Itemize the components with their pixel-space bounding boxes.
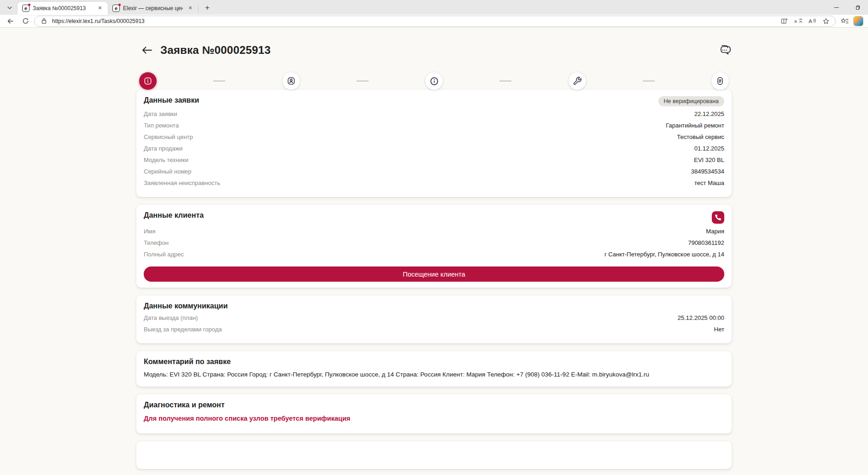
field-label: Тип ремонта (144, 122, 179, 129)
step-connector (586, 81, 712, 81)
field-label: Заявленная неисправность (144, 180, 220, 186)
card-request-data: Данные заявки Не верифицирована Дата зая… (136, 90, 732, 197)
card-diagnostics: Диагностика и ремонт Для получения полно… (136, 394, 732, 434)
read-aloud-icon[interactable]: A (807, 17, 818, 26)
progress-stepper (136, 72, 732, 90)
card-client-data: Данные клиента ИмяМария Телефон790803611… (136, 205, 732, 288)
svg-text:A: A (809, 18, 812, 24)
card-title: Данные заявки (144, 96, 199, 104)
field-row: Серийный номер3849534534 (144, 168, 724, 180)
field-value: г Санкт-Петербург, Пулковское шоссе, д 1… (604, 251, 724, 258)
browser-navbar: https://elexir.lex1.ru/Tasks/000025913 a… (0, 15, 868, 28)
favorite-star-icon[interactable] (821, 17, 832, 26)
chat-icon[interactable] (718, 43, 732, 57)
tab-title: Заявка №000025913 (33, 5, 93, 12)
step-connector (157, 81, 282, 81)
back-button[interactable] (5, 16, 17, 27)
step-info-icon[interactable] (139, 72, 157, 90)
address-bar[interactable]: https://elexir.lex1.ru/Tasks/000025913 a… (34, 16, 836, 27)
tab-separator (198, 5, 199, 12)
field-value: 3849534534 (691, 168, 724, 175)
field-row: Выезд за пределами городаНет (144, 326, 724, 337)
field-label: Дата заявки (144, 110, 177, 117)
new-tab-button[interactable]: + (201, 3, 213, 13)
minimize-button[interactable] (826, 0, 847, 15)
svg-text:a: a (794, 18, 797, 23)
split-screen-icon[interactable] (779, 17, 790, 26)
card-title: Данные коммуникации (144, 302, 228, 310)
verification-warning-text: Для получения полного списка узлов требу… (144, 413, 724, 428)
step-wrench-icon[interactable] (569, 72, 586, 90)
comment-text: Модель: EVI 320 BL Страна: Россия Город:… (144, 370, 724, 381)
verification-status-badge: Не верифицирована (658, 96, 724, 106)
field-value: 79080361192 (688, 239, 724, 246)
profile-avatar[interactable] (853, 16, 863, 26)
site-lock-icon[interactable] (38, 17, 49, 26)
step-connector (300, 81, 426, 81)
field-label: Дата продажи (144, 145, 182, 152)
field-value: 25.12.2025 00:00 (678, 314, 724, 321)
card-communication-data: Данные коммуникации Дата выезда (план)25… (136, 295, 732, 343)
step-receipt-icon[interactable] (711, 72, 729, 90)
card-title: Данные клиента (144, 211, 204, 220)
field-row: ИмяМария (144, 228, 724, 239)
tab-close-icon[interactable]: × (186, 4, 194, 12)
elexir-favicon-icon: e (112, 5, 120, 12)
card-next-partial (136, 441, 732, 469)
back-arrow-icon[interactable] (140, 43, 154, 57)
refresh-button[interactable] (19, 16, 31, 27)
phone-icon[interactable] (712, 211, 724, 224)
page-body: Заявка №000025913 (0, 28, 868, 475)
restore-button[interactable] (847, 0, 868, 15)
field-value: 22.12.2025 (694, 110, 724, 117)
field-value: Нет (714, 326, 724, 333)
field-value: Тестовый сервис (677, 133, 724, 140)
elexir-favicon-icon: e (22, 5, 29, 12)
client-visit-button[interactable]: Посещение клиента (144, 266, 724, 282)
field-label: Выезд за пределами города (144, 326, 222, 333)
field-label: Сервисный центр (144, 133, 193, 140)
field-label: Дата выезда (план) (144, 314, 198, 321)
field-row: Телефон79080361192 (144, 239, 724, 251)
field-value: Гарантийный ремонт (666, 122, 724, 129)
field-label: Телефон (144, 239, 169, 246)
step-verified-badge-icon[interactable] (425, 72, 443, 90)
browser-tab-strip: e Заявка №000025913 × e Elexir — сервисн… (0, 0, 868, 15)
page-header: Заявка №000025913 (136, 43, 732, 57)
window-controls (826, 0, 868, 15)
tab-search-chevron-icon[interactable] (4, 3, 16, 13)
field-row: Заявленная неисправностьтест Маша (144, 180, 724, 191)
card-comment: Комментарий по заявке Модель: EVI 320 BL… (136, 351, 732, 387)
translate-icon[interactable]: a (793, 17, 804, 26)
field-label: Модель техники (144, 156, 188, 163)
field-value: EVI 320 BL (694, 156, 724, 163)
field-row: Полный адресг Санкт-Петербург, Пулковско… (144, 251, 724, 262)
field-label: Полный адрес (144, 251, 184, 258)
step-contact-icon[interactable] (282, 72, 300, 90)
page-title: Заявка №000025913 (160, 44, 270, 57)
field-label: Имя (144, 228, 155, 235)
field-value: тест Маша (694, 180, 724, 186)
url-text[interactable]: https://elexir.lex1.ru/Tasks/000025913 (52, 18, 776, 24)
card-title: Диагностика и ремонт (144, 401, 225, 409)
tab-close-icon[interactable]: × (96, 4, 104, 12)
tab-title: Elexir — сервисные центры LEX (123, 5, 183, 12)
step-connector (443, 81, 569, 81)
tab-current[interactable]: e Заявка №000025913 × (18, 2, 108, 15)
field-value: 01.12.2025 (694, 145, 724, 152)
field-row: Дата заявки22.12.2025 (144, 110, 724, 122)
favorites-bar-icon[interactable] (839, 16, 850, 27)
field-row: Сервисный центрТестовый сервис (144, 133, 724, 145)
field-row: Тип ремонтаГарантийный ремонт (144, 122, 724, 133)
card-title: Комментарий по заявке (144, 358, 231, 366)
field-value: Мария (706, 228, 724, 235)
field-row: Модель техникиEVI 320 BL (144, 156, 724, 168)
field-row: Дата продажи01.12.2025 (144, 145, 724, 156)
field-label: Серийный номер (144, 168, 192, 175)
tab-background[interactable]: e Elexir — сервисные центры LEX × (108, 2, 198, 15)
field-row: Дата выезда (план)25.12.2025 00:00 (144, 314, 724, 326)
